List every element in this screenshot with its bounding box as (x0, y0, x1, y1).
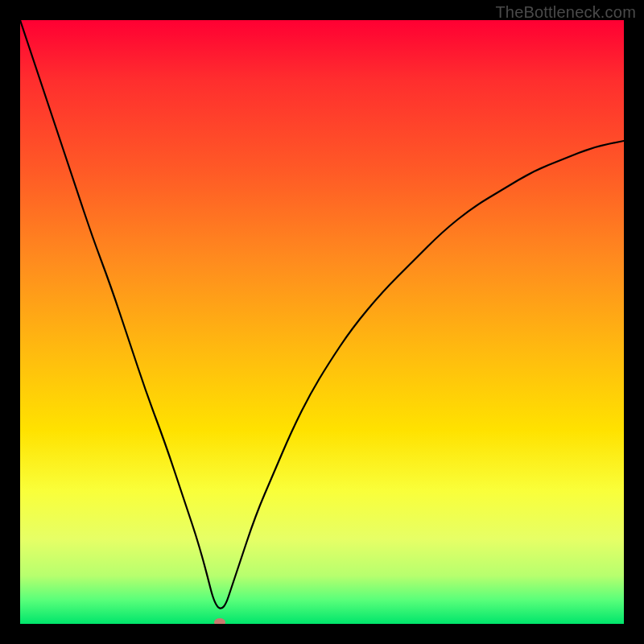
bottleneck-curve (20, 20, 624, 624)
minimum-marker (214, 618, 225, 624)
chart-frame: TheBottleneck.com (0, 0, 644, 644)
plot-area (20, 20, 624, 624)
watermark-text: TheBottleneck.com (495, 3, 636, 22)
